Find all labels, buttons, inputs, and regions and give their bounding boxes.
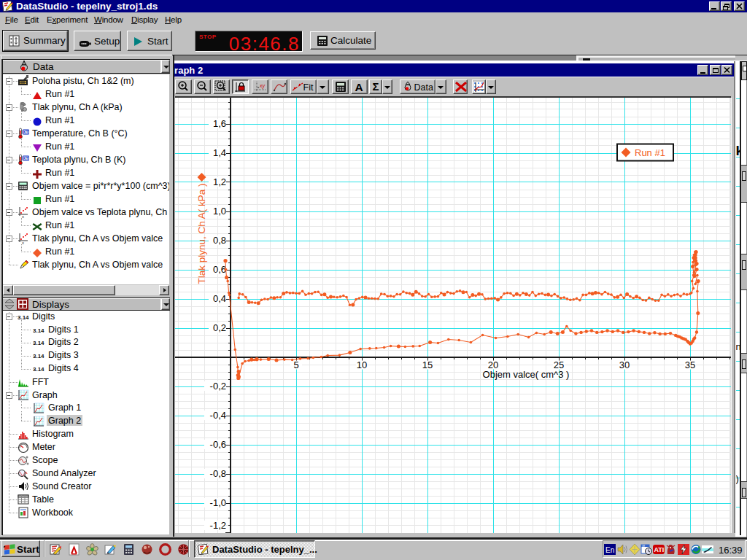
svg-text:KTD: KTD xyxy=(23,130,29,134)
svg-text:-0,4: -0,4 xyxy=(210,410,226,421)
svg-text:-0,8: -0,8 xyxy=(210,468,226,479)
svg-text:15: 15 xyxy=(422,359,433,370)
svg-text:3.14: 3.14 xyxy=(33,366,44,373)
svg-text:5: 5 xyxy=(293,359,298,370)
svg-text:Tlak plynu, Ch A( kPa ): Tlak plynu, Ch A( kPa ) xyxy=(196,183,207,284)
svg-text:3.14: 3.14 xyxy=(18,314,29,321)
svg-text:3.14: 3.14 xyxy=(33,340,44,346)
svg-text:10: 10 xyxy=(357,359,367,370)
svg-text:xy: xy xyxy=(259,83,266,89)
svg-text:Run #1: Run #1 xyxy=(635,147,665,158)
svg-text:35: 35 xyxy=(685,359,695,370)
svg-text:1,6: 1,6 xyxy=(213,118,226,129)
svg-text:1,4: 1,4 xyxy=(213,147,226,158)
svg-text:3.14: 3.14 xyxy=(33,353,44,359)
svg-text:Objem valce( cm^3 ): Objem valce( cm^3 ) xyxy=(483,368,570,379)
svg-text:En: En xyxy=(605,546,614,554)
svg-text:3.14: 3.14 xyxy=(33,327,44,334)
svg-text:ATI: ATI xyxy=(654,546,665,553)
svg-text:-1,2: -1,2 xyxy=(210,520,226,531)
svg-text:1,2: 1,2 xyxy=(213,176,226,187)
svg-text:x: x xyxy=(22,214,24,218)
svg-text:0,2: 0,2 xyxy=(213,322,226,333)
svg-text:0,4: 0,4 xyxy=(213,293,226,304)
svg-text:-0,6: -0,6 xyxy=(210,439,226,450)
svg-text:-0,2: -0,2 xyxy=(210,381,226,392)
svg-text:0,6: 0,6 xyxy=(213,264,226,275)
svg-text:38: 38 xyxy=(642,545,645,548)
svg-text:KTD: KTD xyxy=(23,156,29,160)
svg-text:x: x xyxy=(22,241,24,244)
svg-text:1,0: 1,0 xyxy=(213,206,226,217)
svg-text:0,8: 0,8 xyxy=(213,235,226,246)
svg-text:30: 30 xyxy=(619,359,630,370)
svg-text:-1,0: -1,0 xyxy=(210,497,226,508)
